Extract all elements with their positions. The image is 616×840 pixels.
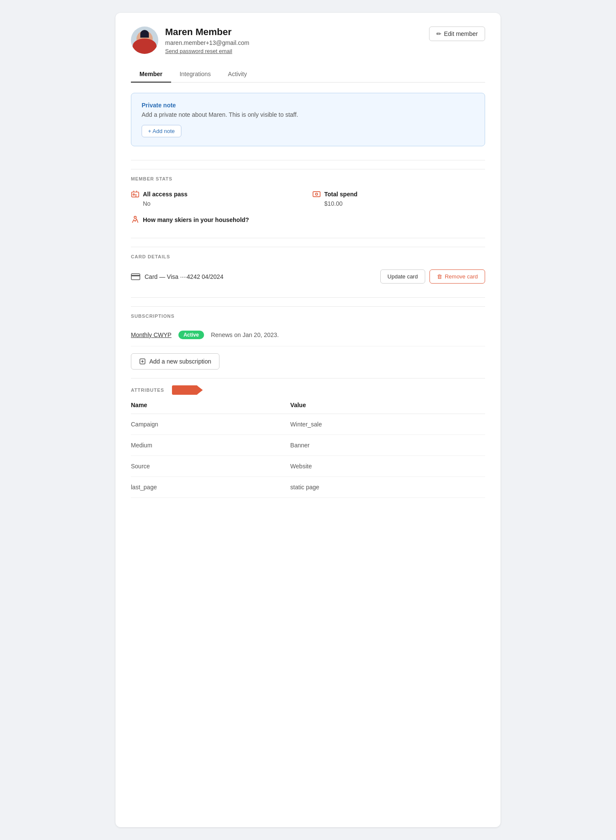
svg-point-3: [316, 193, 318, 195]
private-note-title: Private note: [142, 102, 474, 109]
access-pass-icon: [131, 190, 139, 198]
card-icon: [131, 273, 140, 280]
card-details-section: CARD DETAILS Card — Visa ····4242 04/202…: [131, 238, 485, 297]
private-note-description: Add a private note about Maren. This is …: [142, 111, 474, 118]
add-note-label: + Add note: [148, 128, 175, 134]
reset-password-link[interactable]: Send password reset email: [165, 48, 249, 54]
tab-integrations[interactable]: Integrations: [171, 66, 219, 83]
tabs: Member Integrations Activity: [131, 66, 485, 83]
stat-all-access: All access pass No: [131, 190, 304, 207]
add-subscription-icon: [139, 358, 146, 365]
stat-skiers: How many skiers in your household?: [131, 216, 485, 224]
attr-col-value: Value: [290, 396, 485, 414]
attributes-section-label: ATTRIBUTES: [131, 387, 164, 393]
attr-value: Website: [290, 456, 485, 477]
add-note-button[interactable]: + Add note: [142, 125, 181, 137]
stat-total-spend: Total spend $10.00: [312, 190, 485, 207]
svg-rect-5: [131, 275, 140, 276]
attr-col-name: Name: [131, 396, 290, 414]
skiers-icon: [131, 216, 139, 224]
subscription-status-badge: Active: [178, 331, 204, 339]
subscriptions-section: SUBSCRIPTIONS Monthly CWYP Active Renews…: [131, 297, 485, 378]
total-spend-value: $10.00: [312, 200, 485, 207]
svg-point-1: [133, 194, 134, 195]
edit-member-button[interactable]: ✏ Edit member: [429, 27, 485, 41]
member-text: Maren Member maren.member+13@gmail.com S…: [165, 27, 249, 54]
card-actions: Update card 🗑 Remove card: [380, 269, 485, 284]
stats-grid: All access pass No Total spend $10.00: [131, 186, 485, 229]
subscription-renews: Renews on Jan 20, 2023.: [211, 331, 279, 338]
table-row: MediumBanner: [131, 435, 485, 456]
attr-value: Banner: [290, 435, 485, 456]
all-access-value: No: [131, 200, 304, 207]
svg-rect-4: [131, 274, 140, 280]
attributes-header-row: ATTRIBUTES: [131, 378, 485, 396]
table-row: CampaignWinter_sale: [131, 414, 485, 435]
add-subscription-button[interactable]: Add a new subscription: [131, 353, 219, 370]
tab-activity[interactable]: Activity: [219, 66, 255, 83]
card-details-header: CARD DETAILS: [131, 247, 485, 264]
attr-name: last_page: [131, 477, 290, 498]
remove-card-button[interactable]: 🗑 Remove card: [429, 269, 485, 284]
card-info-text: Card — Visa ····4242 04/2024: [145, 273, 223, 280]
svg-rect-2: [313, 192, 320, 197]
arrow-indicator: [172, 385, 198, 395]
attributes-table: Name Value CampaignWinter_saleMediumBann…: [131, 396, 485, 498]
attributes-section: ATTRIBUTES Name Value CampaignWinter_sal…: [131, 378, 485, 498]
total-spend-icon: [312, 190, 321, 198]
avatar: [131, 27, 158, 54]
trash-icon: 🗑: [437, 273, 442, 280]
attr-value: Winter_sale: [290, 414, 485, 435]
card-row: Card — Visa ····4242 04/2024 Update card…: [131, 264, 485, 289]
edit-icon: ✏: [436, 30, 441, 37]
member-email: maren.member+13@gmail.com: [165, 39, 249, 46]
card-info: Card — Visa ····4242 04/2024: [131, 273, 223, 280]
subscriptions-header: SUBSCRIPTIONS: [131, 306, 485, 324]
subscription-item: Monthly CWYP Active Renews on Jan 20, 20…: [131, 324, 485, 346]
table-row: SourceWebsite: [131, 456, 485, 477]
attr-value: static page: [290, 477, 485, 498]
member-stats-section: MEMBER STATS All access pass No: [131, 160, 485, 238]
private-note-box: Private note Add a private note about Ma…: [131, 93, 485, 146]
add-subscription-label: Add a new subscription: [149, 358, 211, 365]
member-name: Maren Member: [165, 27, 249, 38]
table-row: last_pagestatic page: [131, 477, 485, 498]
subscription-name[interactable]: Monthly CWYP: [131, 331, 172, 338]
attr-name: Source: [131, 456, 290, 477]
update-card-button[interactable]: Update card: [380, 269, 425, 284]
member-header: Maren Member maren.member+13@gmail.com S…: [131, 27, 485, 54]
attr-name: Campaign: [131, 414, 290, 435]
member-stats-header: MEMBER STATS: [131, 169, 485, 186]
attr-name: Medium: [131, 435, 290, 456]
tab-member[interactable]: Member: [131, 66, 171, 83]
member-info: Maren Member maren.member+13@gmail.com S…: [131, 27, 249, 54]
